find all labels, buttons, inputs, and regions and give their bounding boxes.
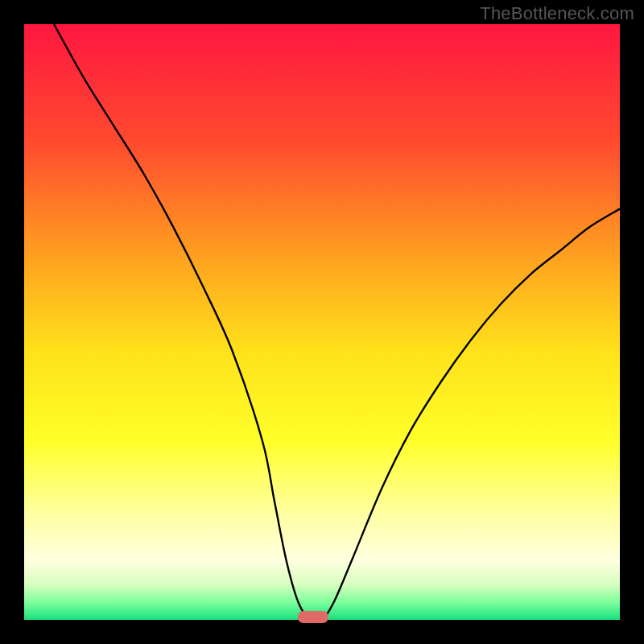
bottleneck-chart <box>0 0 644 644</box>
attribution-label: TheBottleneck.com <box>480 3 634 24</box>
chart-frame: TheBottleneck.com <box>0 0 644 644</box>
plot-background <box>24 24 620 620</box>
optimum-marker <box>298 611 328 623</box>
